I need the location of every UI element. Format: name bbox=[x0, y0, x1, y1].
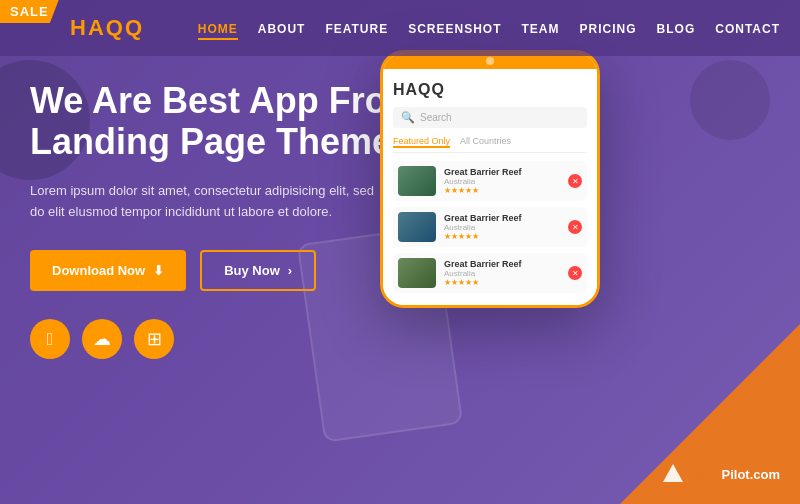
logo-text-plain: HAQ bbox=[70, 15, 125, 40]
nav-item-screenshot[interactable]: SCREENSHOT bbox=[408, 19, 501, 37]
phone-mockup: HAQQ 🔍 Search Featured Only All Countrie… bbox=[380, 50, 600, 308]
item-info-0: Great Barrier Reef Australia ★★★★★ bbox=[444, 167, 560, 195]
phone-app-title: HAQQ bbox=[393, 81, 587, 99]
nav-link-about[interactable]: ABOUT bbox=[258, 22, 306, 38]
phone-list: Great Barrier Reef Australia ★★★★★ ✕ Gre… bbox=[393, 161, 587, 293]
item-thumbnail-0 bbox=[398, 166, 436, 196]
item-title-1: Great Barrier Reef bbox=[444, 213, 560, 223]
nav-item-blog[interactable]: BLOG bbox=[657, 19, 696, 37]
watermark-text: GPLPilot.com bbox=[695, 467, 780, 482]
download-button[interactable]: Download Now ⬇ bbox=[30, 250, 186, 291]
watermark-logo bbox=[657, 458, 689, 490]
phone-screen: HAQQ 🔍 Search Featured Only All Countrie… bbox=[383, 69, 597, 305]
item-title-2: Great Barrier Reef bbox=[444, 259, 560, 269]
item-stars-0: ★★★★★ bbox=[444, 186, 560, 195]
nav-links: HOME ABOUT FEATURE SCREENSHOT TEAM PRICI… bbox=[198, 19, 780, 37]
nav-item-pricing[interactable]: PRICING bbox=[580, 19, 637, 37]
list-item: Great Barrier Reef Australia ★★★★★ ✕ bbox=[393, 253, 587, 293]
phone-tab-featured[interactable]: Featured Only bbox=[393, 136, 450, 148]
svg-marker-0 bbox=[663, 464, 683, 482]
download-icon: ⬇ bbox=[153, 263, 164, 278]
nav-item-team[interactable]: TEAM bbox=[522, 19, 560, 37]
buy-button-label: Buy Now bbox=[224, 263, 280, 278]
nav-link-feature[interactable]: FEATURE bbox=[325, 22, 388, 38]
apple-store-icon[interactable]:  bbox=[30, 319, 70, 359]
item-sub-0: Australia bbox=[444, 177, 560, 186]
item-thumbnail-2 bbox=[398, 258, 436, 288]
item-stars-2: ★★★★★ bbox=[444, 278, 560, 287]
phone-tab-all[interactable]: All Countries bbox=[460, 136, 511, 148]
item-title-0: Great Barrier Reef bbox=[444, 167, 560, 177]
nav-link-home[interactable]: HOME bbox=[198, 22, 238, 40]
nav-link-team[interactable]: TEAM bbox=[522, 22, 560, 38]
nav-item-home[interactable]: HOME bbox=[198, 19, 238, 37]
list-item: Great Barrier Reef Australia ★★★★★ ✕ bbox=[393, 161, 587, 201]
hero-description: Lorem ipsum dolor sit amet, consectetur … bbox=[30, 181, 390, 223]
nav-item-feature[interactable]: FEATURE bbox=[325, 19, 388, 37]
item-sub-2: Australia bbox=[444, 269, 560, 278]
item-close-1[interactable]: ✕ bbox=[568, 220, 582, 234]
phone-search-bar[interactable]: 🔍 Search bbox=[393, 107, 587, 128]
deco-circle-topright bbox=[690, 60, 770, 140]
nav-item-contact[interactable]: CONTACT bbox=[715, 19, 780, 37]
hero-title-line1: We Are Best App From bbox=[30, 80, 419, 121]
download-button-label: Download Now bbox=[52, 263, 145, 278]
watermark-accent: GPL bbox=[695, 467, 722, 482]
nav-link-blog[interactable]: BLOG bbox=[657, 22, 696, 38]
item-thumbnail-1 bbox=[398, 212, 436, 242]
item-info-2: Great Barrier Reef Australia ★★★★★ bbox=[444, 259, 560, 287]
item-info-1: Great Barrier Reef Australia ★★★★★ bbox=[444, 213, 560, 241]
phone-frame: HAQQ 🔍 Search Featured Only All Countrie… bbox=[380, 50, 600, 308]
list-item: Great Barrier Reef Australia ★★★★★ ✕ bbox=[393, 207, 587, 247]
navbar: HAQQ HOME ABOUT FEATURE SCREENSHOT TEAM … bbox=[0, 0, 800, 56]
hero-title-line2: Landing Page Theme bbox=[30, 121, 392, 162]
logo-text-accent: Q bbox=[125, 15, 144, 40]
watermark-suffix: Pilot.com bbox=[721, 467, 780, 482]
item-stars-1: ★★★★★ bbox=[444, 232, 560, 241]
phone-camera bbox=[486, 57, 494, 65]
nav-link-pricing[interactable]: PRICING bbox=[580, 22, 637, 38]
item-close-2[interactable]: ✕ bbox=[568, 266, 582, 280]
buy-button[interactable]: Buy Now › bbox=[200, 250, 316, 291]
search-icon: 🔍 bbox=[401, 111, 415, 124]
item-close-0[interactable]: ✕ bbox=[568, 174, 582, 188]
store-icons:  ☁ ⊞ bbox=[30, 319, 450, 359]
nav-link-screenshot[interactable]: SCREENSHOT bbox=[408, 22, 501, 38]
nav-item-about[interactable]: ABOUT bbox=[258, 19, 306, 37]
sale-badge: SALE bbox=[0, 0, 59, 23]
phone-tabs: Featured Only All Countries bbox=[393, 136, 587, 153]
logo[interactable]: HAQQ bbox=[70, 15, 144, 41]
nav-link-contact[interactable]: CONTACT bbox=[715, 22, 780, 38]
play-store-icon[interactable]: ☁ bbox=[82, 319, 122, 359]
chevron-right-icon: › bbox=[288, 263, 292, 278]
watermark: GPLPilot.com bbox=[657, 458, 780, 490]
item-sub-1: Australia bbox=[444, 223, 560, 232]
search-placeholder: Search bbox=[420, 112, 452, 123]
windows-store-icon[interactable]: ⊞ bbox=[134, 319, 174, 359]
